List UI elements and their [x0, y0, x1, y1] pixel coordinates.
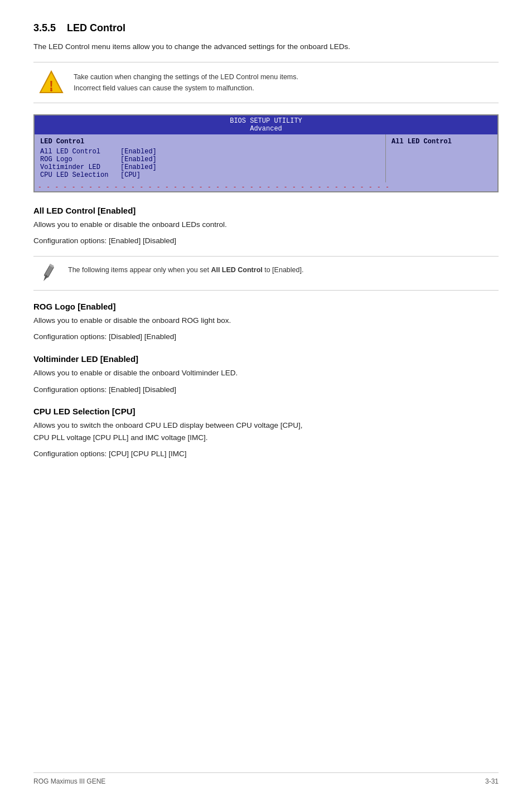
- svg-point-2: [50, 89, 52, 91]
- intro-text: The LED Control menu items allow you to …: [33, 41, 499, 53]
- sub-heading-cpu-led: CPU LED Selection [CPU]: [33, 407, 499, 416]
- page-footer: ROG Maximus III GENE 3-31: [33, 772, 499, 785]
- bios-item-voltiminder: Voltiminder LED [Enabled]: [40, 163, 380, 171]
- cpu-led-config: Configuration options: [CPU] [CPU PLL] […: [33, 448, 499, 460]
- footer-right: 3-31: [485, 777, 499, 785]
- bios-item-all-led: All LED Control [Enabled]: [40, 148, 380, 156]
- rog-logo-config: Configuration options: [Disabled] [Enabl…: [33, 331, 499, 343]
- warning-icon: !: [38, 69, 65, 96]
- warning-box: ! Take caution when changing the setting…: [33, 62, 499, 103]
- subsection-all-led-control: All LED Control [Enabled] Allows you to …: [33, 206, 499, 291]
- bios-item-rog-logo: ROG Logo [Enabled]: [40, 156, 380, 163]
- bios-left-panel: LED Control All LED Control [Enabled] RO…: [35, 134, 386, 182]
- note-box: The following items appear only when you…: [33, 256, 499, 291]
- all-led-config: Configuration options: [Enabled] [Disabl…: [33, 235, 499, 247]
- subsection-rog-logo: ROG Logo [Enabled] Allows you to enable …: [33, 302, 499, 343]
- bios-screen: BIOS SETUP UTILITY Advanced LED Control …: [33, 114, 499, 192]
- note-text: The following items appear only when you…: [68, 262, 303, 276]
- all-led-body: Allows you to enable or disable the onbo…: [33, 219, 499, 231]
- note-icon: [38, 262, 60, 284]
- bios-item-cpu-led: CPU LED Selection [CPU]: [40, 171, 380, 179]
- section-title: 3.5.5 LED Control: [33, 22, 499, 34]
- bios-section-label: LED Control: [40, 138, 380, 146]
- warning-text: Take caution when changing the settings …: [74, 69, 298, 94]
- bios-dashes: - - - - - - - - - - - - - - - - - - - - …: [35, 182, 497, 191]
- sub-heading-rog-logo: ROG Logo [Enabled]: [33, 302, 499, 311]
- sub-heading-all-led: All LED Control [Enabled]: [33, 206, 499, 215]
- voltiminder-body: Allows you to enable or disable the onbo…: [33, 367, 499, 379]
- bios-right-label: All LED Control: [391, 138, 492, 146]
- rog-logo-body: Allows you to enable or disable the onbo…: [33, 315, 499, 327]
- bios-body: LED Control All LED Control [Enabled] RO…: [35, 134, 497, 182]
- sub-heading-voltiminder: Voltiminder LED [Enabled]: [33, 354, 499, 364]
- subsection-voltiminder-led: Voltiminder LED [Enabled] Allows you to …: [33, 354, 499, 395]
- bios-right-panel: All LED Control: [386, 134, 497, 182]
- bios-header: BIOS SETUP UTILITY Advanced: [35, 115, 497, 134]
- subsection-cpu-led: CPU LED Selection [CPU] Allows you to sw…: [33, 407, 499, 460]
- voltiminder-config: Configuration options: [Enabled] [Disabl…: [33, 384, 499, 396]
- footer-left: ROG Maximus III GENE: [33, 777, 105, 785]
- section-heading: LED Control: [67, 22, 125, 34]
- section-number: 3.5.5: [33, 22, 56, 34]
- cpu-led-body: Allows you to switch the onboard CPU LED…: [33, 419, 499, 443]
